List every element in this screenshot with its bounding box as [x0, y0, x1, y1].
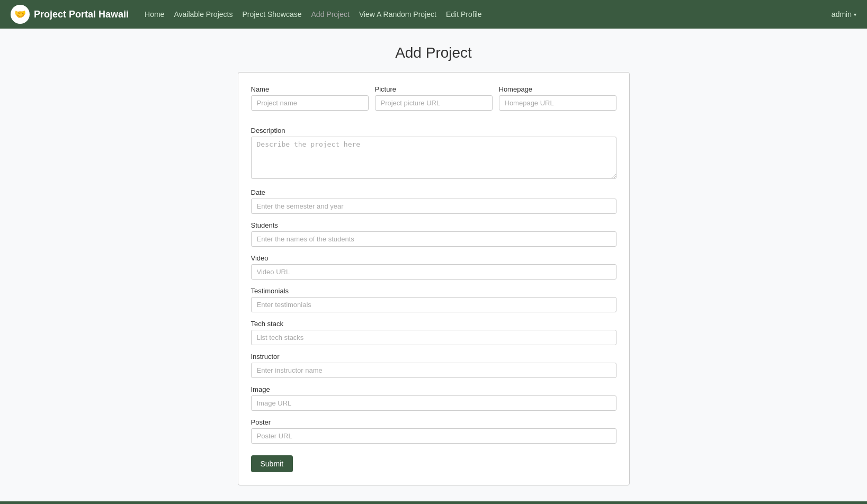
page-title: Add Project	[395, 44, 472, 61]
instructor-label: Instructor	[251, 353, 616, 361]
nav-links: Home Available Projects Project Showcase…	[145, 10, 832, 19]
homepage-input[interactable]	[499, 95, 616, 111]
navbar: 🤝 Project Portal Hawaii Home Available P…	[0, 0, 867, 29]
poster-label: Poster	[251, 418, 616, 426]
description-textarea[interactable]	[251, 137, 616, 179]
picture-field-group: Picture	[375, 85, 493, 111]
testimonials-label: Testimonials	[251, 287, 616, 295]
top-row: Name Picture Homepage	[251, 85, 616, 118]
tech-stack-input[interactable]	[251, 330, 616, 345]
brand-icon: 🤝	[11, 5, 30, 24]
add-project-form-card: Name Picture Homepage Description Date S…	[238, 72, 630, 485]
nav-username: admin	[832, 10, 852, 19]
name-field-group: Name	[251, 85, 369, 111]
testimonials-input[interactable]	[251, 297, 616, 312]
homepage-label: Homepage	[499, 85, 616, 93]
nav-edit-profile[interactable]: Edit Profile	[446, 10, 482, 19]
nav-brand[interactable]: 🤝 Project Portal Hawaii	[11, 5, 129, 24]
nav-add-project[interactable]: Add Project	[311, 10, 350, 19]
poster-input[interactable]	[251, 428, 616, 444]
description-field-group: Description	[251, 127, 616, 181]
homepage-field-group: Homepage	[499, 85, 616, 111]
students-field-group: Students	[251, 221, 616, 247]
video-field-group: Video	[251, 254, 616, 280]
nav-user-menu[interactable]: admin	[832, 10, 856, 19]
name-input[interactable]	[251, 95, 369, 111]
date-input[interactable]	[251, 199, 616, 214]
brand-label: Project Portal Hawaii	[34, 9, 129, 20]
picture-input[interactable]	[375, 95, 493, 111]
nav-home[interactable]: Home	[145, 10, 164, 19]
nav-random-project[interactable]: View A Random Project	[359, 10, 436, 19]
instructor-input[interactable]	[251, 363, 616, 378]
nav-available-projects[interactable]: Available Projects	[174, 10, 233, 19]
submit-button[interactable]: Submit	[251, 455, 293, 472]
description-label: Description	[251, 127, 616, 134]
poster-field-group: Poster	[251, 418, 616, 444]
video-input[interactable]	[251, 264, 616, 280]
video-label: Video	[251, 254, 616, 262]
footer: Project Portal Hawaii University of Hawa…	[0, 501, 867, 504]
tech-stack-label: Tech stack	[251, 320, 616, 328]
date-field-group: Date	[251, 188, 616, 214]
main-content: Add Project Name Picture Homepage Descri…	[0, 29, 867, 501]
testimonials-field-group: Testimonials	[251, 287, 616, 312]
image-label: Image	[251, 385, 616, 393]
date-label: Date	[251, 188, 616, 196]
tech-stack-field-group: Tech stack	[251, 320, 616, 345]
name-label: Name	[251, 85, 369, 93]
instructor-field-group: Instructor	[251, 353, 616, 378]
picture-label: Picture	[375, 85, 493, 93]
students-input[interactable]	[251, 231, 616, 247]
image-field-group: Image	[251, 385, 616, 411]
nav-project-showcase[interactable]: Project Showcase	[242, 10, 301, 19]
students-label: Students	[251, 221, 616, 229]
image-input[interactable]	[251, 395, 616, 411]
